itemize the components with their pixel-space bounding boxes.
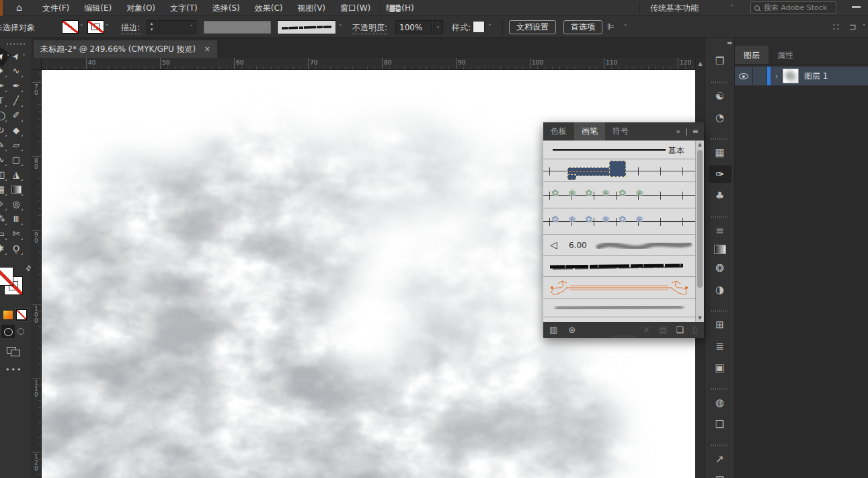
opacity-label[interactable]: 不透明度: (352, 22, 387, 34)
layer-name[interactable]: 图层 1 (804, 71, 828, 82)
stroke-panel-icon[interactable]: ≡ (709, 222, 732, 239)
hand-tool[interactable]: ✱ (0, 241, 8, 256)
menu-item-0[interactable]: 文件(F) (35, 0, 77, 16)
opacity-panel-button[interactable]: › (433, 20, 443, 34)
expand-layer-icon[interactable]: › (771, 73, 783, 80)
vertical-ruler[interactable]: 708090100110120 (32, 70, 42, 478)
menu-item-4[interactable]: 选择(S) (205, 0, 247, 16)
chevron-down-icon[interactable]: ˅ (624, 24, 627, 30)
artboard-tool[interactable]: ▭ (0, 227, 8, 241)
chevron-down-icon[interactable]: ˅ (488, 24, 491, 30)
touch-workspace-icon[interactable]: ∷ (833, 22, 839, 32)
panel-menu-icon[interactable]: ≡ (693, 127, 699, 136)
document-setup-button[interactable]: 文档设置 (509, 20, 556, 34)
pen-tool[interactable]: ✒ (0, 79, 8, 93)
brushes-panel-icon[interactable]: ✑ (709, 165, 732, 183)
zoom-tool[interactable]: Ǫ (8, 241, 24, 256)
ruler-origin-corner[interactable] (32, 58, 42, 70)
cc-libraries-icon[interactable]: ⊛ (568, 323, 576, 337)
eraser-tool[interactable]: ◆ (8, 123, 24, 138)
free-transform-tool[interactable]: ▢ (8, 153, 24, 167)
brush-pattern-banner[interactable] (543, 159, 695, 182)
brushes-scrollbar[interactable]: ▲ ▼ (695, 141, 704, 322)
scroll-down-icon[interactable]: ▼ (696, 314, 704, 322)
new-brush-icon[interactable]: ❏ (676, 323, 684, 337)
menu-item-3[interactable]: 文字(T) (163, 0, 205, 16)
close-icon[interactable]: × (204, 44, 210, 54)
brush-pattern-floral-green[interactable]: ✿ ❀ ✿ ❀ ✿ ❀ (543, 182, 695, 208)
gradient-panel-icon[interactable] (714, 245, 726, 254)
mesh-tool[interactable]: ▦ (0, 182, 8, 197)
collapse-panels-icon[interactable]: ◂◂ (727, 40, 731, 46)
workspace-switcher[interactable]: 传统基本功能 (650, 3, 699, 14)
preferences-button[interactable]: 首选项 (563, 20, 602, 34)
color-button[interactable] (3, 310, 13, 320)
align-panel-icon[interactable]: ≣ (709, 337, 732, 355)
type-tool[interactable]: T (0, 93, 8, 108)
tab-properties[interactable]: 属性 (768, 46, 802, 64)
gradient-tool[interactable] (8, 182, 24, 197)
symbols-panel-icon[interactable]: ♣ (709, 187, 732, 204)
tab-symbols[interactable]: 符号 (605, 122, 636, 141)
width-tool[interactable]: ∿ (0, 153, 8, 167)
chevron-down-icon[interactable]: ˅ (863, 24, 866, 30)
tab-layers[interactable]: 图层 (735, 46, 768, 64)
brush-definition-dropdown[interactable] (277, 20, 336, 34)
recolor-artwork-icon[interactable]: ❂ (709, 260, 732, 277)
select-similar-icon[interactable]: ⊫ (607, 22, 615, 32)
stroke-weight-label[interactable]: 描边: (121, 22, 140, 34)
libraries-panel-icon[interactable]: ❐ (709, 52, 732, 70)
brush-charcoal[interactable] (543, 256, 695, 277)
brush-libraries-icon[interactable]: ▥ (549, 323, 557, 337)
tab-swatches[interactable]: 色板 (543, 122, 574, 141)
transparency-panel-icon[interactable]: ◑ (709, 281, 732, 298)
scrollbar-thumb[interactable] (697, 150, 703, 288)
color-guide-panel-icon[interactable]: ◔ (709, 109, 732, 126)
collapse-panel-icon[interactable]: » (676, 127, 680, 136)
brush-pattern-floral-blue[interactable]: ✿ ❀ ✿ ❀ ✿ ❀ (543, 208, 695, 235)
pathfinder-panel-icon[interactable]: ▣ (709, 359, 732, 376)
draw-normal-mode-icon[interactable] (1, 325, 15, 338)
menu-item-5[interactable]: 效果(C) (247, 0, 290, 16)
opacity-field[interactable]: 100% (395, 20, 432, 34)
magic-wand-tool[interactable]: ✦ (0, 64, 8, 79)
symbol-sprayer-tool[interactable]: ⁂ (0, 212, 8, 227)
stroke-weight-field[interactable]: ˅ (158, 20, 196, 34)
stroke-weight-stepper[interactable]: ▴▾ (147, 20, 157, 34)
layer-thumbnail[interactable] (783, 69, 799, 83)
graphic-styles-panel-icon[interactable]: ❑ (709, 415, 732, 433)
perspective-grid-tool[interactable]: ◮ (8, 167, 24, 182)
chevron-down-icon[interactable]: ˅ (404, 4, 407, 11)
export-panel-icon[interactable]: ↗ (709, 450, 732, 468)
eyedropper-tool[interactable]: ✧ (0, 197, 8, 212)
layer-row[interactable]: › 图层 1 (735, 67, 868, 85)
shape-builder-tool[interactable]: ◫ (0, 167, 8, 182)
menu-item-6[interactable]: 视图(V) (290, 0, 333, 16)
chevron-down-icon[interactable]: ˅ (80, 24, 83, 30)
column-graph-tool[interactable]: Ⅲ (8, 212, 24, 227)
lasso-tool[interactable]: ∿ (8, 64, 24, 79)
stock-search-box[interactable]: 搜索 Adobe Stock (750, 1, 836, 14)
edit-toolbar-icon[interactable]: ••• (5, 365, 32, 374)
none-button[interactable] (15, 309, 28, 321)
draw-behind-mode-icon[interactable] (17, 328, 24, 335)
brush-basic[interactable]: 基本 (543, 141, 695, 159)
menu-item-2[interactable]: 对象(O) (119, 0, 163, 16)
toolbar-grip[interactable] (7, 43, 26, 45)
style-swatch[interactable] (473, 21, 485, 33)
arrange-documents-icon[interactable]: ⊐ (849, 22, 857, 32)
chevron-down-icon[interactable]: ˅ (730, 4, 734, 11)
width-profile-dropdown[interactable]: ˅ (204, 21, 271, 34)
fill-indicator[interactable] (0, 267, 13, 286)
home-icon[interactable]: ⌂ (16, 2, 22, 13)
pencil-tool[interactable]: ✎ (0, 138, 8, 153)
lock-cell[interactable] (753, 67, 767, 85)
color-panel-icon[interactable]: ☯ (709, 87, 732, 105)
screen-mode-icon[interactable] (1, 345, 24, 358)
chevron-down-icon[interactable]: ˅ (106, 24, 109, 30)
ellipse-tool[interactable]: ◯ (0, 108, 8, 123)
stroke-color-swatch[interactable] (87, 20, 104, 34)
transform-panel-icon[interactable]: ⊞ (709, 316, 732, 333)
brush-chalk[interactable] (543, 299, 695, 317)
scale-tool[interactable]: ▱ (8, 138, 24, 153)
